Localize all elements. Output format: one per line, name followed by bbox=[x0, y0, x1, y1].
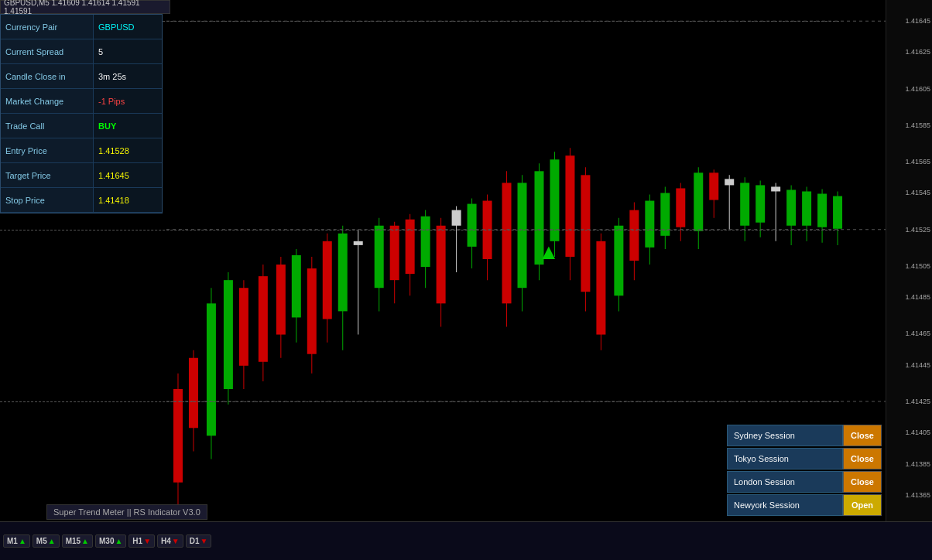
tf-btn-M30[interactable]: M30 ▲ bbox=[95, 534, 126, 548]
info-row-5: Entry Price 1.41528 bbox=[1, 138, 162, 163]
session-row-1: Tokyo Session Close bbox=[727, 448, 882, 470]
svg-rect-73 bbox=[756, 185, 765, 222]
session-btn-3[interactable]: Open bbox=[843, 494, 882, 516]
svg-rect-19 bbox=[323, 241, 332, 319]
svg-rect-49 bbox=[565, 155, 574, 257]
svg-rect-67 bbox=[709, 172, 718, 200]
svg-rect-17 bbox=[307, 268, 317, 354]
svg-rect-77 bbox=[786, 190, 796, 225]
info-value-1: 5 bbox=[94, 39, 162, 63]
tf-arrow-H4: ▼ bbox=[172, 537, 180, 545]
tf-arrow-H1: ▼ bbox=[143, 537, 151, 545]
price-tick-4: 1.41565 bbox=[905, 158, 930, 166]
session-name-3: Newyork Session bbox=[727, 494, 843, 516]
tf-btn-H4[interactable]: H4 ▼ bbox=[157, 534, 183, 548]
svg-rect-5 bbox=[207, 303, 216, 435]
session-name-2: London Session bbox=[727, 471, 843, 493]
info-row-7: Stop Price 1.41418 bbox=[1, 188, 162, 213]
svg-rect-9 bbox=[239, 288, 248, 366]
price-tick-14: 1.41365 bbox=[905, 491, 930, 499]
entry-price-line bbox=[0, 230, 839, 230]
info-panel: Currency Pair GBPUSD Current Spread 5 Ca… bbox=[0, 14, 163, 213]
session-btn-0[interactable]: Close bbox=[843, 425, 882, 446]
svg-rect-11 bbox=[259, 276, 268, 362]
session-name-1: Tokyo Session bbox=[727, 448, 843, 470]
svg-rect-25 bbox=[375, 226, 384, 288]
bottom-toolbar: M1 ▲ M5 ▲ M15 ▲ M30 ▲ H1 ▼ H4 ▼ D1 ▼ bbox=[0, 521, 932, 560]
tf-arrow-D1: ▼ bbox=[200, 537, 208, 545]
tf-btn-M5[interactable]: M5 ▲ bbox=[33, 534, 60, 548]
tf-btn-M15[interactable]: M15 ▲ bbox=[62, 534, 93, 548]
svg-rect-57 bbox=[629, 210, 639, 261]
info-label-3: Market Change bbox=[1, 89, 94, 113]
info-value-5: 1.41528 bbox=[94, 138, 162, 162]
info-label-6: Target Price bbox=[1, 163, 94, 187]
stop-price-line bbox=[0, 401, 839, 402]
tf-label-M30: M30 bbox=[99, 537, 114, 545]
svg-rect-13 bbox=[276, 265, 286, 335]
info-row-3: Market Change -1 Pips bbox=[1, 89, 162, 114]
svg-rect-43 bbox=[518, 183, 527, 288]
session-btn-2[interactable]: Close bbox=[843, 471, 882, 493]
price-tick-12: 1.41405 bbox=[905, 429, 930, 436]
price-tick-1: 1.41625 bbox=[905, 48, 930, 56]
price-tick-6: 1.41525 bbox=[905, 226, 930, 234]
svg-rect-75 bbox=[771, 186, 780, 191]
info-value-0: GBPUSD bbox=[94, 15, 162, 39]
price-tick-9: 1.41465 bbox=[905, 330, 930, 337]
price-tick-0: 1.41645 bbox=[905, 17, 930, 25]
tf-arrow-M5: ▲ bbox=[48, 537, 56, 545]
svg-rect-3 bbox=[189, 358, 198, 429]
info-label-1: Current Spread bbox=[1, 39, 94, 63]
info-label-4: Trade Call bbox=[1, 114, 94, 138]
info-row-4: Trade Call BUY bbox=[1, 114, 162, 138]
info-value-6: 1.41645 bbox=[94, 163, 162, 187]
svg-rect-55 bbox=[614, 226, 623, 296]
session-name-0: Sydney Session bbox=[727, 425, 843, 446]
price-tick-3: 1.41585 bbox=[905, 121, 930, 129]
price-tick-10: 1.41445 bbox=[905, 361, 930, 369]
info-label-0: Currency Pair bbox=[1, 15, 94, 39]
svg-rect-7 bbox=[224, 280, 233, 389]
svg-rect-35 bbox=[452, 210, 461, 226]
info-row-2: Candle Close in 3m 25s bbox=[1, 64, 162, 89]
price-tick-2: 1.41605 bbox=[905, 85, 930, 93]
price-axis: 1.416451.416251.416051.415851.415651.415… bbox=[886, 0, 932, 521]
svg-rect-51 bbox=[581, 175, 590, 292]
svg-rect-21 bbox=[338, 234, 348, 312]
price-tick-8: 1.41485 bbox=[905, 293, 930, 301]
tf-label-H4: H4 bbox=[161, 537, 171, 545]
price-tick-11: 1.41425 bbox=[905, 398, 930, 405]
tf-btn-D1[interactable]: D1 ▼ bbox=[186, 534, 212, 548]
tf-label-M1: M1 bbox=[7, 537, 18, 545]
session-btn-1[interactable]: Close bbox=[843, 448, 882, 470]
title-text: GBPUSD,M5 1.41609 1.41614 1.41591 1.4159… bbox=[4, 0, 166, 15]
svg-rect-65 bbox=[694, 172, 703, 230]
svg-rect-63 bbox=[676, 188, 685, 227]
price-tick-5: 1.41545 bbox=[905, 189, 930, 196]
svg-rect-53 bbox=[596, 241, 605, 335]
info-value-4: BUY bbox=[94, 114, 162, 138]
tf-btn-H1[interactable]: H1 ▼ bbox=[128, 534, 155, 548]
info-value-7: 1.41418 bbox=[94, 188, 162, 212]
svg-rect-37 bbox=[468, 204, 477, 247]
tf-label-H1: H1 bbox=[132, 537, 142, 545]
session-panel: Sydney Session Close Tokyo Session Close… bbox=[727, 425, 882, 517]
info-label-2: Candle Close in bbox=[1, 64, 94, 88]
tf-arrow-M15: ▲ bbox=[81, 537, 89, 545]
svg-rect-69 bbox=[725, 179, 734, 185]
svg-rect-83 bbox=[833, 196, 842, 229]
svg-rect-41 bbox=[502, 183, 512, 303]
title-bar: GBPUSD,M5 1.41609 1.41614 1.41591 1.4159… bbox=[0, 0, 170, 14]
tf-btn-M1[interactable]: M1 ▲ bbox=[3, 534, 30, 548]
svg-rect-27 bbox=[390, 226, 399, 280]
indicator-label: Super Trend Meter || RS Indicator V3.0 bbox=[46, 504, 207, 520]
tf-arrow-M1: ▲ bbox=[19, 537, 26, 545]
session-row-2: London Session Close bbox=[727, 471, 882, 493]
info-row-6: Target Price 1.41645 bbox=[1, 163, 162, 188]
info-label-7: Stop Price bbox=[1, 188, 94, 212]
price-tick-7: 1.41505 bbox=[905, 262, 930, 270]
info-row-1: Current Spread 5 bbox=[1, 39, 162, 64]
svg-rect-29 bbox=[406, 220, 415, 274]
tf-arrow-M30: ▲ bbox=[115, 537, 122, 545]
